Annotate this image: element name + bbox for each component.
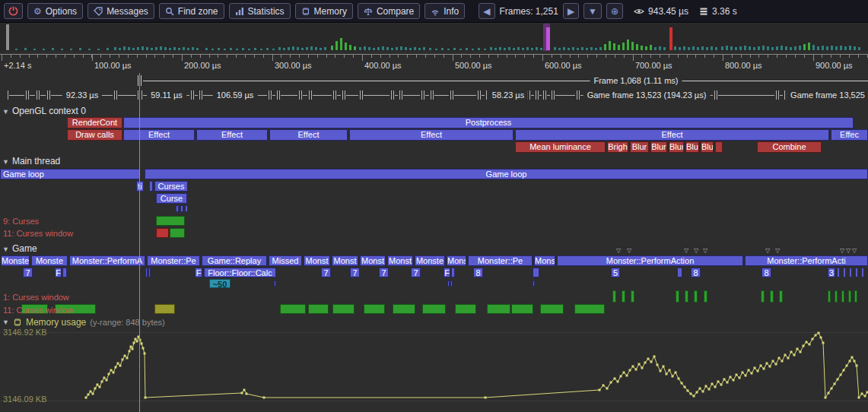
frame-time-bar[interactable] — [844, 46, 847, 50]
subframe-label[interactable]: 58.23 µs — [488, 90, 528, 100]
zone[interactable] — [533, 268, 539, 277]
zone[interactable] — [704, 290, 707, 303]
messages-button[interactable]: Messages — [87, 3, 154, 19]
frame-time-bar[interactable] — [622, 43, 625, 50]
zone[interactable] — [393, 304, 415, 314]
frame-time-bar[interactable] — [536, 47, 538, 50]
frame-time-bar[interactable] — [418, 48, 421, 50]
collapsed-zone-marker-icon[interactable]: ▽ — [616, 248, 621, 254]
frame-time-bar[interactable] — [781, 46, 783, 50]
frame-time-bar[interactable] — [368, 47, 370, 50]
zone[interactable]: Monst — [304, 255, 330, 266]
zone[interactable]: 8 — [761, 268, 771, 277]
frame-time-bar[interactable] — [508, 47, 510, 50]
zone[interactable] — [828, 290, 831, 303]
frame-time-bar[interactable] — [799, 46, 801, 50]
frame-label[interactable]: Frame 1,068 (1.11 ms) — [590, 76, 682, 85]
zone[interactable]: Effect — [269, 129, 348, 141]
frame-time-bar[interactable] — [618, 45, 620, 50]
frame-time-bar[interactable] — [609, 41, 611, 50]
frame-time-bar[interactable] — [663, 47, 666, 50]
frame-time-bar[interactable] — [292, 46, 294, 50]
frame-time-bar[interactable] — [803, 44, 806, 50]
frame-time-bar[interactable] — [146, 47, 148, 50]
zone[interactable] — [447, 280, 450, 287]
frame-time-bar[interactable] — [359, 47, 361, 50]
frame-time-bar[interactable] — [711, 46, 713, 50]
frame-time-bar[interactable] — [706, 47, 708, 50]
frame-time-bar[interactable] — [164, 47, 167, 50]
subframe-label[interactable]: Game frame 13,523 (194.23 µs) — [583, 90, 711, 100]
frame-time-bar[interactable] — [349, 45, 351, 50]
zone[interactable] — [533, 280, 535, 287]
zone[interactable] — [450, 280, 453, 287]
frame-time-bar[interactable] — [735, 47, 737, 50]
frame-time-bar[interactable] — [822, 46, 824, 50]
frame-time-bar[interactable] — [88, 49, 91, 50]
frame-time-bar[interactable] — [24, 48, 27, 50]
frame-time-bar[interactable] — [808, 43, 810, 50]
zone[interactable] — [170, 228, 185, 238]
zone[interactable]: 8 — [691, 268, 701, 277]
frame-time-bar[interactable] — [674, 46, 676, 50]
zone[interactable]: Blur — [650, 141, 667, 153]
subframe-label[interactable]: 92.33 µs — [62, 90, 102, 100]
zone[interactable]: 7 — [23, 268, 33, 277]
frame-time-bar[interactable] — [631, 42, 634, 50]
frame-time-bar[interactable] — [15, 49, 17, 50]
frame-time-bar[interactable] — [669, 27, 672, 50]
frame-time-bar[interactable] — [854, 46, 856, 50]
find-zone-button[interactable]: Find zone — [159, 3, 224, 19]
zone[interactable]: F — [444, 268, 450, 277]
frame-time-bar[interactable] — [835, 46, 838, 50]
frame-time-bar[interactable] — [771, 47, 774, 50]
zone[interactable]: Monster::PerformActi — [745, 255, 868, 266]
collapsed-zone-marker-icon[interactable]: ▽ — [775, 248, 780, 254]
zone[interactable] — [849, 268, 852, 277]
frame-time-bar[interactable] — [447, 49, 450, 50]
frame-time-bar[interactable] — [721, 46, 723, 50]
frame-time-bar[interactable] — [320, 48, 322, 50]
frame-time-bar[interactable] — [196, 48, 199, 50]
frame-time-bar[interactable] — [151, 48, 153, 50]
zone[interactable]: Combine — [757, 141, 822, 153]
frame-time-bar[interactable] — [826, 46, 828, 50]
zone[interactable]: Monst — [360, 255, 386, 266]
frame-time-bar[interactable] — [266, 48, 269, 50]
frame-time-bar[interactable] — [315, 47, 317, 50]
frame-time-bar[interactable] — [563, 47, 565, 50]
zone[interactable] — [451, 268, 455, 277]
frame-time-bar[interactable] — [645, 46, 647, 50]
zone[interactable]: Monster::Pe — [468, 255, 533, 266]
frame-time-bar[interactable] — [540, 48, 542, 50]
zone[interactable] — [455, 304, 476, 314]
frame-time-bar[interactable] — [137, 47, 139, 50]
collapsed-zone-marker-icon[interactable]: ▽ — [627, 248, 631, 254]
info-button[interactable]: Info — [424, 3, 465, 19]
prev-frame-button[interactable]: ◀ — [479, 3, 494, 19]
frame-time-bar[interactable] — [478, 48, 480, 50]
frame-time-bar[interactable] — [858, 47, 860, 50]
frame-time-bar[interactable] — [531, 48, 533, 50]
zone[interactable] — [62, 268, 67, 277]
frame-time-bar[interactable] — [382, 46, 384, 50]
frame-time-bar[interactable] — [790, 47, 792, 50]
frame-time-bar[interactable] — [659, 46, 661, 50]
zone[interactable]: Effect — [196, 129, 268, 141]
frame-time-bar[interactable] — [211, 49, 214, 50]
section-header[interactable]: ▼OpenGL context 0 — [2, 106, 86, 116]
frame-time-bar[interactable] — [840, 46, 842, 50]
zone[interactable] — [612, 290, 616, 303]
zone[interactable]: Brigh — [607, 141, 628, 153]
zone[interactable] — [540, 304, 564, 314]
zone[interactable] — [848, 290, 851, 303]
zone[interactable] — [779, 290, 783, 303]
frame-time-bar[interactable] — [377, 47, 380, 50]
frame-time-bar[interactable] — [391, 48, 393, 50]
frame-time-bar[interactable] — [679, 47, 681, 50]
zone[interactable]: Effect — [349, 129, 513, 141]
frame-time-bar[interactable] — [590, 47, 593, 50]
frame-time-bar[interactable] — [517, 47, 520, 50]
frame-time-bar[interactable] — [132, 48, 135, 50]
collapsed-zone-marker-icon[interactable]: ▽ — [765, 248, 770, 254]
